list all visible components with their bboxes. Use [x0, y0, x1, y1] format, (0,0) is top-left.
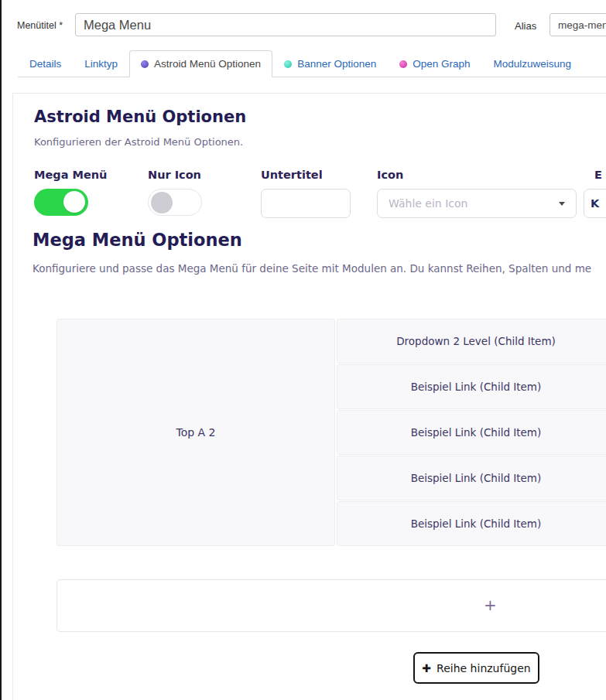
plus-icon: +: [484, 596, 497, 614]
section-title-astroid: Astroid Menü Optionen: [34, 108, 246, 126]
tab-label: Details: [29, 58, 61, 70]
truncated-field-select[interactable]: K: [584, 189, 606, 218]
tab-label: Banner Optionen: [297, 58, 376, 70]
tab-bar: Details Linktyp Astroid Menü Optionen Ba…: [18, 51, 606, 77]
subtitle-label: Untertitel: [261, 169, 323, 181]
empty-row-add-area[interactable]: +: [56, 579, 606, 632]
open-graph-dot-icon: [399, 60, 407, 68]
icon-select[interactable]: Wähle ein Icon: [377, 189, 577, 218]
alias-label: Alias: [515, 20, 536, 32]
tab-open-graph[interactable]: Open Graph: [388, 51, 481, 77]
megamenu-child-cell[interactable]: Beispiel Link (Child Item): [337, 410, 606, 455]
icon-only-label: Nur Icon: [148, 169, 201, 181]
tab-label: Modulzuweisung: [494, 58, 572, 70]
tab-label: Astroid Menü Optionen: [154, 58, 261, 70]
megamenu-child-column: Dropdown 2 Level (Child Item) Beispiel L…: [337, 319, 606, 547]
tab-label: Open Graph: [413, 58, 470, 70]
subtitle-input[interactable]: [261, 189, 351, 218]
alias-input[interactable]: [550, 13, 606, 36]
icon-only-toggle[interactable]: [148, 189, 202, 216]
tab-linktyp[interactable]: Linktyp: [73, 51, 129, 77]
tab-details[interactable]: Details: [18, 51, 73, 77]
astroid-dot-icon: [141, 60, 149, 68]
window-left-edge: [0, 0, 2, 700]
section-description-megamenu: Konfiguriere und passe das Mega Menü für…: [33, 262, 606, 275]
truncated-field-label: E: [594, 169, 602, 181]
mega-menu-label: Mega Menü: [34, 169, 107, 181]
astroid-options-panel: Astroid Menü Optionen Konfigurieren der …: [12, 93, 606, 700]
mega-menu-toggle[interactable]: [34, 189, 88, 216]
add-row-button[interactable]: ✚ Reihe hinzufügen: [413, 652, 539, 684]
megamenu-child-cell[interactable]: Beispiel Link (Child Item): [337, 456, 606, 500]
banner-dot-icon: [284, 60, 292, 68]
menu-title-input[interactable]: [75, 13, 496, 36]
plus-icon: ✚: [422, 662, 431, 674]
add-row-button-label: Reihe hinzufügen: [437, 662, 531, 674]
megamenu-child-cell[interactable]: Dropdown 2 Level (Child Item): [337, 319, 606, 364]
tab-astroid-menu-options[interactable]: Astroid Menü Optionen: [129, 50, 272, 77]
megamenu-child-cell[interactable]: Beispiel Link (Child Item): [337, 501, 606, 546]
megamenu-parent-cell[interactable]: Top A 2: [56, 319, 335, 546]
section-description-astroid: Konfigurieren der Astroid Menü Optionen.: [34, 136, 243, 148]
section-title-megamenu: Mega Menü Optionen: [33, 230, 242, 250]
chevron-down-icon: [559, 202, 565, 206]
menu-title-label: Menütitel *: [17, 20, 63, 31]
toggle-knob: [63, 191, 85, 213]
icon-select-placeholder: Wähle ein Icon: [389, 197, 467, 210]
megamenu-child-cell[interactable]: Beispiel Link (Child Item): [337, 364, 606, 409]
icon-label: Icon: [377, 169, 403, 181]
truncated-field-value: K: [591, 197, 599, 210]
tab-modulzuweisung[interactable]: Modulzuweisung: [482, 51, 584, 77]
toggle-knob: [151, 192, 173, 213]
tab-label: Linktyp: [84, 58, 118, 70]
tab-banner-options[interactable]: Banner Optionen: [272, 51, 388, 77]
